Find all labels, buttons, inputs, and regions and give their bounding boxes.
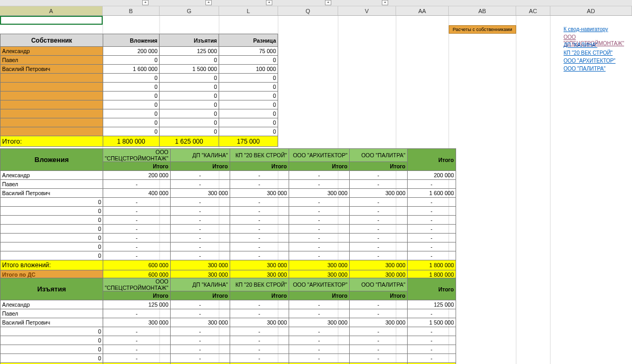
t1-cell[interactable]: 0 xyxy=(160,109,219,118)
data-cell[interactable]: - xyxy=(407,207,456,216)
t1-cell[interactable]: 0 xyxy=(160,118,219,127)
data-cell[interactable]: - xyxy=(289,198,349,207)
data-cell[interactable]: - xyxy=(407,354,456,363)
data-cell[interactable]: - xyxy=(230,251,289,260)
data-cell[interactable]: - xyxy=(103,336,171,345)
data-cell[interactable]: - xyxy=(170,180,230,189)
t1-cell[interactable]: 200 000 xyxy=(103,47,160,56)
column-header[interactable]: AB xyxy=(449,6,516,15)
t1-cell[interactable]: 0 xyxy=(219,118,278,127)
row-label[interactable]: 0 xyxy=(1,234,103,242)
data-cell[interactable]: - xyxy=(170,225,230,234)
data-cell[interactable]: 200 000 xyxy=(407,171,456,180)
outline-toggle[interactable]: + xyxy=(205,0,212,5)
link-5[interactable]: ООО "ПАЛИТРА" xyxy=(564,66,606,72)
row-label[interactable]: Павел xyxy=(1,180,103,189)
t1-owner[interactable] xyxy=(1,83,103,92)
t1-owner[interactable] xyxy=(1,109,103,118)
data-cell[interactable]: - xyxy=(407,242,456,251)
data-cell[interactable]: - xyxy=(349,171,407,180)
link-2[interactable]: ДП "КАЛИНА" xyxy=(564,42,597,48)
t1-cell[interactable]: 0 xyxy=(160,127,219,136)
data-cell[interactable]: - xyxy=(407,251,456,260)
data-cell[interactable]: - xyxy=(170,345,230,354)
data-cell[interactable]: - xyxy=(230,171,289,180)
data-cell[interactable]: 300 000 xyxy=(289,189,349,198)
t1-cell[interactable]: 75 000 xyxy=(219,47,278,56)
t1-cell[interactable]: 0 xyxy=(103,127,160,136)
t1-owner[interactable] xyxy=(1,118,103,127)
link-4[interactable]: ООО "АРХИТЕКТОР" xyxy=(564,58,616,64)
data-cell[interactable]: - xyxy=(230,180,289,189)
row-label[interactable]: Павел xyxy=(1,309,103,318)
data-cell[interactable]: 300 000 xyxy=(349,318,407,327)
t1-cell[interactable]: 0 xyxy=(219,100,278,109)
data-cell[interactable]: - xyxy=(103,216,171,225)
t1-cell[interactable]: 0 xyxy=(103,92,160,100)
t1-owner[interactable] xyxy=(1,74,103,83)
t1-cell[interactable]: 0 xyxy=(219,109,278,118)
data-cell[interactable]: - xyxy=(349,251,407,260)
column-header[interactable]: Q xyxy=(278,6,338,15)
data-cell[interactable]: - xyxy=(170,216,230,225)
t1-cell[interactable]: 125 000 xyxy=(160,47,219,56)
data-cell[interactable]: - xyxy=(289,300,349,309)
row-label[interactable]: 0 xyxy=(1,336,103,345)
t1-owner[interactable] xyxy=(1,100,103,109)
data-cell[interactable]: 300 000 xyxy=(349,189,407,198)
data-cell[interactable]: - xyxy=(407,336,456,345)
data-cell[interactable]: - xyxy=(170,198,230,207)
t1-cell[interactable]: 0 xyxy=(160,100,219,109)
data-cell[interactable]: - xyxy=(289,234,349,242)
data-cell[interactable]: - xyxy=(289,327,349,336)
data-cell[interactable]: 300 000 xyxy=(230,318,289,327)
t1-cell[interactable]: 0 xyxy=(219,74,278,83)
data-cell[interactable]: - xyxy=(349,345,407,354)
row-label[interactable]: 0 xyxy=(1,207,103,216)
outline-toggle[interactable]: + xyxy=(266,0,272,5)
data-cell[interactable]: - xyxy=(349,216,407,225)
t1-cell[interactable]: 0 xyxy=(160,74,219,83)
data-cell[interactable]: - xyxy=(230,354,289,363)
data-cell[interactable]: - xyxy=(170,327,230,336)
data-cell[interactable]: - xyxy=(103,234,171,242)
data-cell[interactable]: - xyxy=(349,242,407,251)
data-cell[interactable]: - xyxy=(289,180,349,189)
data-cell[interactable]: - xyxy=(289,242,349,251)
outline-toggle[interactable]: + xyxy=(142,0,149,5)
t1-cell[interactable]: 0 xyxy=(103,74,160,83)
data-cell[interactable]: - xyxy=(103,309,171,318)
t1-owner[interactable]: Павел xyxy=(1,56,103,65)
t1-cell[interactable]: 0 xyxy=(219,127,278,136)
column-header[interactable]: A xyxy=(0,6,103,15)
data-cell[interactable]: - xyxy=(170,336,230,345)
data-cell[interactable]: - xyxy=(103,354,171,363)
outline-toggle[interactable]: + xyxy=(325,0,331,5)
data-cell[interactable]: - xyxy=(407,180,456,189)
data-cell[interactable]: - xyxy=(103,225,171,234)
data-cell[interactable]: - xyxy=(230,216,289,225)
column-header[interactable]: AD xyxy=(550,6,632,15)
data-cell[interactable]: - xyxy=(103,251,171,260)
data-cell[interactable]: - xyxy=(230,345,289,354)
t1-cell[interactable]: 0 xyxy=(219,92,278,100)
data-cell[interactable]: - xyxy=(349,336,407,345)
row-label[interactable]: 0 xyxy=(1,225,103,234)
data-cell[interactable]: 300 000 xyxy=(170,189,230,198)
data-cell[interactable]: - xyxy=(407,327,456,336)
column-header[interactable]: G xyxy=(160,6,219,15)
data-cell[interactable]: 125 000 xyxy=(407,300,456,309)
row-label[interactable]: Александр xyxy=(1,300,103,309)
row-label[interactable]: 0 xyxy=(1,345,103,354)
t1-cell[interactable]: 0 xyxy=(103,118,160,127)
data-cell[interactable]: 200 000 xyxy=(103,171,171,180)
row-label[interactable]: 0 xyxy=(1,354,103,363)
data-cell[interactable]: - xyxy=(407,345,456,354)
data-cell[interactable]: 400 000 xyxy=(103,189,171,198)
data-cell[interactable]: - xyxy=(170,300,230,309)
t1-cell[interactable]: 100 000 xyxy=(219,65,278,74)
data-cell[interactable]: 125 000 xyxy=(103,300,171,309)
data-cell[interactable]: - xyxy=(407,216,456,225)
data-cell[interactable]: - xyxy=(349,225,407,234)
t1-cell[interactable]: 0 xyxy=(160,56,219,65)
